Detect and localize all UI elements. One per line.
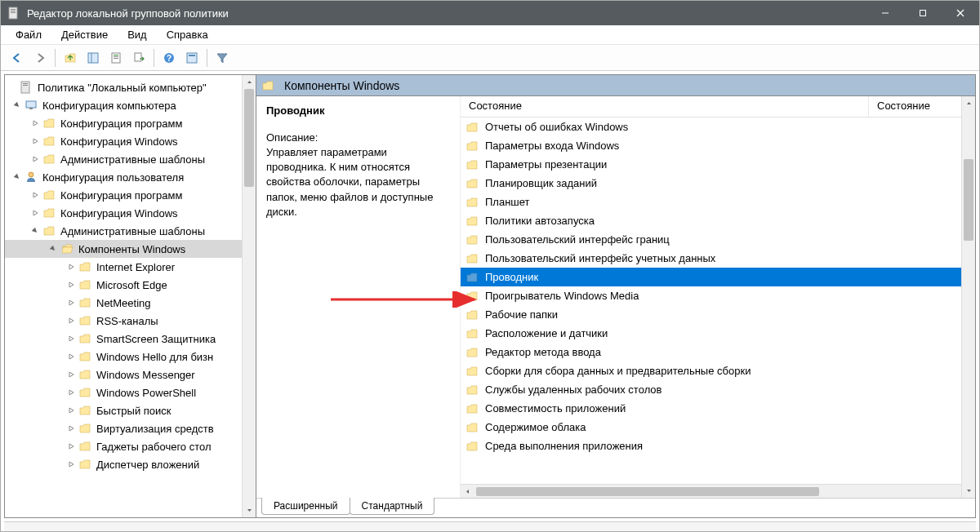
list-item[interactable]: Параметры входа Windows (461, 136, 975, 155)
scroll-thumb[interactable] (244, 89, 254, 187)
twisty-closed-icon[interactable] (65, 333, 77, 344)
tree-scrollbar[interactable] (242, 75, 256, 517)
minimize-button[interactable] (866, 1, 904, 25)
folder-icon (78, 314, 91, 327)
list-item-label: Сборки для сбора данных и предварительны… (485, 365, 751, 377)
list-item[interactable]: Параметры презентации (461, 155, 975, 174)
list-item[interactable]: Политики автозапуска (461, 211, 975, 230)
options-button[interactable] (182, 48, 202, 68)
twisty-icon[interactable] (7, 82, 18, 93)
scroll-down-icon[interactable] (243, 503, 256, 517)
scroll-up-icon[interactable] (962, 96, 975, 110)
tree-item[interactable]: Административные шаблоны (5, 150, 256, 168)
tree-computer-config[interactable]: Конфигурация компьютера (5, 96, 256, 114)
tree-item[interactable]: RSS-каналы (5, 312, 256, 330)
list-item[interactable]: Проигрыватель Windows Media (461, 286, 975, 305)
list-item[interactable]: Планировщик заданий (461, 174, 975, 193)
tree-item[interactable]: Windows PowerShell (5, 383, 256, 401)
folder-icon (78, 350, 91, 363)
forward-button[interactable] (30, 48, 50, 68)
scroll-left-icon[interactable] (461, 485, 474, 499)
twisty-closed-icon[interactable] (65, 369, 77, 380)
properties-button[interactable] (106, 48, 126, 68)
tree-windows-components[interactable]: Компоненты Windows (5, 240, 256, 258)
twisty-closed-icon[interactable] (65, 261, 77, 273)
menu-view[interactable]: Вид (119, 27, 155, 42)
list-item[interactable]: Редактор метода ввода (461, 343, 975, 361)
list-item[interactable]: Сборки для сбора данных и предварительны… (461, 361, 975, 380)
tree-item[interactable]: Windows Messenger (5, 366, 256, 383)
list-hscrollbar[interactable] (461, 484, 975, 498)
maximize-button[interactable] (904, 1, 942, 25)
tree-item[interactable]: SmartScreen Защитника (5, 330, 256, 348)
list-item[interactable]: Рабочие папки (461, 305, 975, 324)
twisty-closed-icon[interactable] (65, 297, 77, 308)
twisty-closed-icon[interactable] (29, 117, 41, 129)
up-button[interactable] (60, 48, 80, 68)
twisty-closed-icon[interactable] (65, 441, 77, 452)
tree-item[interactable]: Конфигурация программ (5, 186, 256, 204)
tree-item[interactable]: Конфигурация программ (5, 114, 256, 132)
twisty-closed-icon[interactable] (65, 315, 77, 326)
show-hide-tree-button[interactable] (83, 48, 103, 68)
tree-item[interactable]: Internet Explorer (5, 258, 256, 276)
tree-user-config[interactable]: Конфигурация пользователя (5, 168, 256, 186)
folder-icon (466, 421, 479, 434)
column-state-1[interactable]: Состояние (461, 96, 869, 117)
tree-item[interactable]: Диспетчер вложений (5, 455, 256, 473)
list-item[interactable]: Службы удаленных рабочих столов (461, 380, 975, 399)
twisty-closed-icon[interactable] (65, 279, 77, 290)
menu-help[interactable]: Справка (158, 27, 216, 42)
column-state-2[interactable]: Состояние (869, 96, 975, 117)
tree-item[interactable]: Гаджеты рабочего стол (5, 437, 256, 455)
list-item-label: Политики автозапуска (485, 215, 595, 227)
tree-item[interactable]: Виртуализация средств (5, 419, 256, 437)
list-item[interactable]: Содержимое облака (461, 418, 975, 437)
tree-item[interactable]: Административные шаблоны (5, 222, 256, 240)
list-item[interactable]: Планшет (461, 193, 975, 211)
twisty-closed-icon[interactable] (65, 459, 77, 470)
twisty-open-icon[interactable] (29, 225, 41, 237)
twisty-closed-icon[interactable] (65, 351, 77, 362)
list-item[interactable]: Пользовательский интерфейс границ (461, 230, 975, 249)
twisty-closed-icon[interactable] (29, 207, 41, 219)
menu-action[interactable]: Действие (53, 27, 116, 42)
twisty-open-icon[interactable] (47, 243, 59, 255)
list-item[interactable]: Отчеты об ошибках Windows (461, 117, 975, 136)
twisty-closed-icon[interactable] (65, 405, 77, 416)
twisty-open-icon[interactable] (11, 100, 23, 111)
scroll-thumb[interactable] (476, 487, 819, 496)
list-item-label: Проводник (485, 271, 538, 283)
twisty-closed-icon[interactable] (29, 153, 41, 165)
filter-button[interactable] (212, 48, 232, 68)
close-button[interactable] (942, 1, 979, 25)
tree-item[interactable]: Быстрый поиск (5, 401, 256, 419)
tree[interactable]: Политика "Локальный компьютер" Конфигура… (5, 75, 256, 517)
twisty-open-icon[interactable] (11, 171, 23, 183)
back-button[interactable] (7, 48, 27, 68)
twisty-closed-icon[interactable] (29, 189, 41, 201)
tree-item[interactable]: Windows Hello для бизн (5, 348, 256, 366)
tree-item[interactable]: Конфигурация Windows (5, 204, 256, 222)
scroll-thumb[interactable] (964, 159, 973, 241)
menu-file[interactable]: Файл (7, 27, 50, 42)
tab-extended[interactable]: Расширенный (261, 498, 350, 515)
list-item[interactable]: Среда выполнения приложения (461, 437, 975, 455)
list-item[interactable]: Совместимость приложений (461, 399, 975, 418)
tree-item[interactable]: Конфигурация Windows (5, 132, 256, 150)
list-item[interactable]: Пользовательский интерфейс учетных данны… (461, 249, 975, 268)
tree-root[interactable]: Политика "Локальный компьютер" (5, 78, 256, 96)
twisty-closed-icon[interactable] (29, 135, 41, 147)
scroll-up-icon[interactable] (243, 75, 256, 89)
tree-item[interactable]: NetMeeting (5, 294, 256, 312)
help-button[interactable]: ? (159, 48, 179, 68)
scroll-down-icon[interactable] (962, 484, 975, 498)
twisty-closed-icon[interactable] (65, 423, 77, 434)
list-scrollbar[interactable] (961, 96, 975, 498)
tab-standard[interactable]: Стандартный (350, 498, 435, 515)
tree-item[interactable]: Microsoft Edge (5, 276, 256, 294)
list-item[interactable]: Проводник (461, 268, 975, 286)
twisty-closed-icon[interactable] (65, 387, 77, 398)
export-button[interactable] (129, 48, 149, 68)
list-item[interactable]: Расположение и датчики (461, 324, 975, 343)
